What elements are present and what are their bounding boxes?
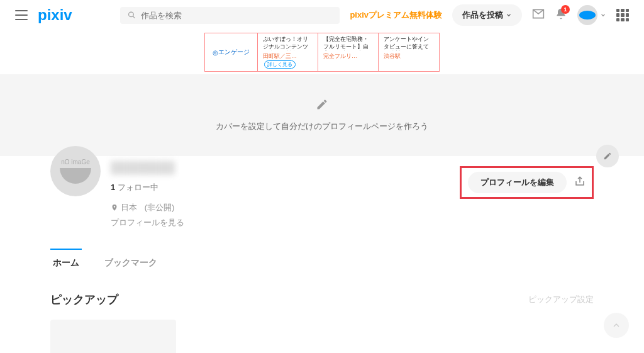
notifications-icon[interactable]: 1: [555, 8, 567, 23]
ad-brand[interactable]: ◎エンゲージ: [205, 33, 258, 71]
tab-home[interactable]: ホーム: [50, 249, 82, 276]
apps-grid-icon[interactable]: [616, 9, 629, 21]
ad-item[interactable]: アンケートやインタビューに答えてお給料Get！1…ⓘ✕ 渋谷駅: [379, 33, 439, 71]
scroll-top-button[interactable]: [604, 313, 629, 338]
username: ████████: [111, 161, 184, 174]
tab-bookmarks[interactable]: ブックマーク: [102, 249, 160, 276]
edit-profile-button[interactable]: プロフィールを編集: [468, 172, 567, 193]
avatar-noimage-text: nO imaGe: [61, 159, 90, 165]
profile-tabs: ホーム ブックマーク: [50, 249, 594, 277]
avatar-small-icon: [577, 5, 597, 25]
location-pin-icon: [111, 204, 118, 211]
view-profile-link[interactable]: プロフィールを見る: [111, 217, 184, 228]
post-button[interactable]: 作品を投稿: [452, 4, 522, 26]
ad-item[interactable]: ぷいすぽっ！オリジナルコンテンツの企画・制作を… 田町駅／三…詳しく見る: [258, 33, 318, 71]
highlight-annotation: プロフィールを編集: [460, 166, 594, 199]
svg-point-0: [128, 12, 133, 17]
ad-item[interactable]: 【完全在宅勤務・フルリモート】自宅から働ける事… 完全フルリ…: [318, 33, 379, 71]
search-box[interactable]: [120, 7, 340, 24]
pencil-icon: [316, 98, 328, 113]
ad-banner: ◎エンゲージ ぷいすぽっ！オリジナルコンテンツの企画・制作を… 田町駅／三…詳し…: [0, 30, 644, 74]
follow-count[interactable]: 1 フォロー中: [111, 182, 184, 193]
logo[interactable]: pixiv: [38, 6, 72, 24]
share-icon[interactable]: [574, 176, 586, 189]
svg-line-1: [133, 16, 135, 18]
chevron-down-icon: [600, 12, 606, 18]
messages-icon[interactable]: [532, 8, 545, 23]
cover-section[interactable]: カバーを設定して自分だけのプロフィールページを作ろう: [0, 74, 644, 156]
cover-message: カバーを設定して自分だけのプロフィールページを作ろう: [216, 121, 428, 132]
premium-link[interactable]: pixivプレミアム無料体験: [350, 9, 442, 21]
chevron-down-icon: [506, 12, 512, 18]
avatar-menu[interactable]: [577, 5, 606, 25]
arrow-up-icon: [611, 320, 621, 330]
avatar[interactable]: nO imaGe: [50, 146, 101, 196]
post-button-label: 作品を投稿: [462, 9, 503, 21]
pickup-settings-link[interactable]: ピックアップ設定: [528, 294, 594, 305]
search-icon: [128, 11, 136, 20]
notification-badge: 1: [561, 5, 570, 14]
edit-cover-fab[interactable]: [596, 145, 619, 167]
search-input[interactable]: [141, 11, 333, 20]
pickup-add-card[interactable]: +: [50, 320, 176, 353]
location: 日本 (非公開): [111, 202, 184, 213]
pickup-title: ピックアップ: [50, 292, 118, 307]
menu-icon[interactable]: [15, 10, 28, 20]
